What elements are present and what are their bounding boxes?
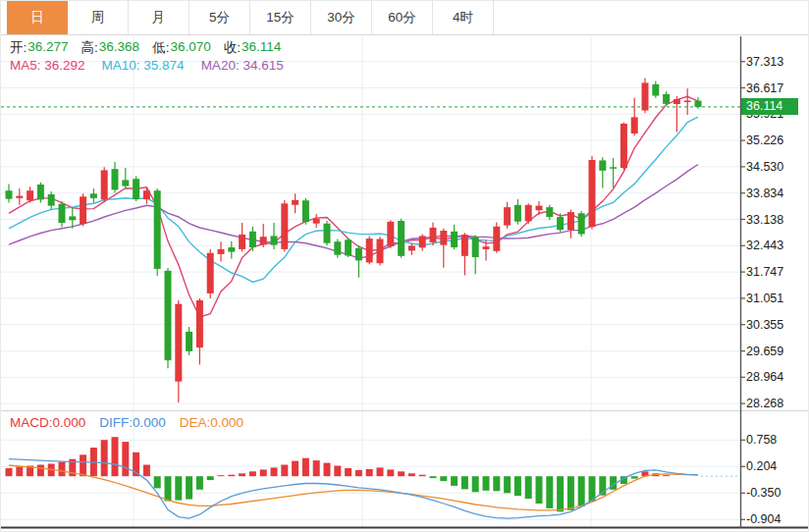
kline-chart-app: 日周月5分15分30分60分4时 开:36.277 高:36.368 低:36.… [0, 0, 809, 532]
diff-value: DIFF:0.000 [99, 415, 166, 430]
price-axis-tick: 28.268 [746, 396, 807, 411]
price-axis-tick: 36.617 [746, 80, 807, 96]
price-axis-tick: 33.834 [746, 186, 807, 201]
tab-5min[interactable]: 5分 [189, 1, 250, 34]
price-axis-tick: 32.443 [746, 238, 807, 253]
price-axis-tick: 29.659 [746, 344, 807, 359]
chart-canvas[interactable] [1, 1, 809, 532]
high-readout: 高:36.368 [81, 39, 140, 57]
last-price-badge: 36.114 [741, 98, 798, 115]
price-axis-tick: 28.964 [746, 369, 807, 385]
ma-readout: MA5: 36.292 MA10: 35.874 MA20: 34.615 [10, 58, 284, 73]
price-axis-tick: 37.313 [746, 54, 807, 70]
ma20-value: MA20: 34.615 [201, 58, 284, 73]
close-readout: 收:36.114 [224, 39, 282, 57]
open-readout: 开:36.277 [10, 39, 69, 57]
price-axis-tick: 35.226 [746, 133, 807, 148]
price-axis-tick: 30.355 [746, 317, 807, 333]
tab-month[interactable]: 月 [129, 1, 189, 34]
macd-axis-tick: -0.904 [746, 511, 807, 527]
tab-day[interactable]: 日 [7, 1, 68, 34]
price-axis-tick: 31.747 [746, 264, 807, 280]
price-axis-tick: 34.530 [746, 159, 807, 175]
ohlc-readout: 开:36.277 高:36.368 低:36.070 收:36.114 [10, 39, 281, 57]
macd-axis-tick: -0.350 [746, 485, 807, 501]
tab-week[interactable]: 周 [68, 1, 129, 34]
macd-axis-tick: 0.758 [746, 432, 807, 448]
ma10-value: MA10: 35.874 [102, 58, 185, 73]
price-axis-tick: 31.051 [746, 291, 807, 306]
low-readout: 低:36.070 [152, 39, 211, 57]
tab-15min[interactable]: 15分 [250, 1, 311, 34]
macd-axis-tick: 0.204 [746, 458, 807, 474]
price-axis-tick: 33.138 [746, 212, 807, 228]
timeframe-tabbar: 日周月5分15分30分60分4时 [1, 1, 808, 35]
dea-value: DEA:0.000 [180, 415, 243, 430]
macd-value: MACD:0.000 [10, 415, 85, 430]
macd-readout: MACD:0.000 DIFF:0.000 DEA:0.000 [10, 415, 243, 430]
ma5-value: MA5: 36.292 [10, 58, 85, 73]
tab-4hour[interactable]: 4时 [433, 1, 494, 34]
tab-60min[interactable]: 60分 [372, 1, 433, 34]
tab-30min[interactable]: 30分 [311, 1, 372, 34]
